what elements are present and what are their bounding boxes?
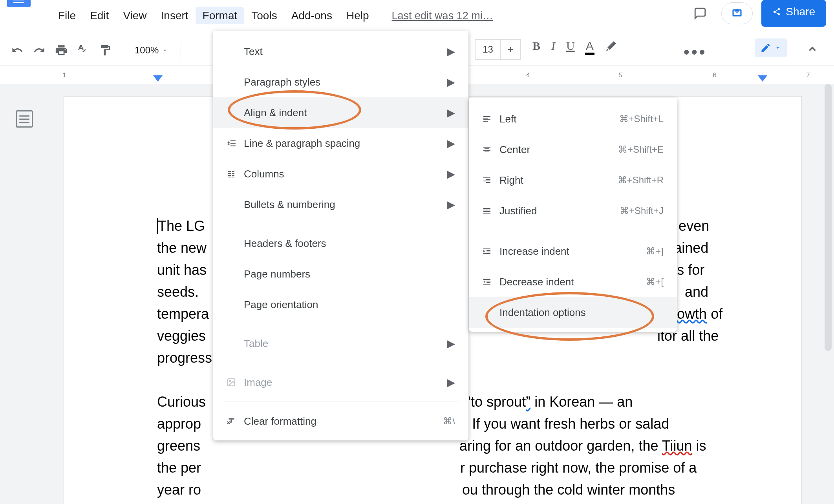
bold-button[interactable]: B <box>532 39 540 53</box>
align-justify-icon <box>478 206 496 215</box>
shortcut-label: ⌘\ <box>443 416 455 427</box>
menu-view[interactable]: View <box>116 7 154 24</box>
shortcut-label: ⌘+[ <box>646 276 664 287</box>
menu-addons[interactable]: Add-ons <box>284 7 339 24</box>
italic-button[interactable]: I <box>551 39 555 53</box>
ruler-label: 7 <box>806 71 810 79</box>
indent-increase-icon <box>478 247 496 256</box>
menu-item-columns[interactable]: Columns ▶ <box>213 159 468 189</box>
format-dropdown-menu: Text ▶ Paragraph styles ▶ Align & indent… <box>213 31 468 440</box>
outline-toggle-button[interactable] <box>16 110 33 128</box>
menu-format[interactable]: Format <box>196 7 245 24</box>
shortcut-label: ⌘+] <box>646 246 664 257</box>
editing-mode-button[interactable] <box>755 38 787 57</box>
menu-bar: File Edit View Insert Format Tools Add-o… <box>51 7 493 24</box>
ruler-label: 1 <box>62 71 66 79</box>
menu-edit[interactable]: Edit <box>83 7 116 24</box>
text-color-button[interactable]: A <box>586 39 594 53</box>
line-spacing-icon <box>223 138 240 148</box>
shortcut-label: ⌘+Shift+R <box>618 175 664 186</box>
menu-item-headers-footers[interactable]: Headers & footers <box>213 228 468 259</box>
print-button[interactable] <box>52 41 71 60</box>
menu-item-align-left[interactable]: Left ⌘+Shift+L <box>469 104 677 134</box>
ruler-label: 4 <box>526 71 530 79</box>
submenu-arrow-icon: ▶ <box>447 137 455 150</box>
underline-button[interactable]: U <box>566 39 575 53</box>
menu-item-line-spacing[interactable]: Line & paragraph spacing ▶ <box>213 128 468 159</box>
shortcut-label: ⌘+Shift+J <box>620 205 664 216</box>
submenu-arrow-icon: ▶ <box>447 107 455 119</box>
menu-item-page-orientation[interactable]: Page orientation <box>213 289 468 320</box>
right-indent-marker[interactable] <box>758 75 767 82</box>
columns-icon <box>223 169 240 179</box>
submenu-arrow-icon: ▶ <box>447 46 455 58</box>
redo-button[interactable] <box>30 41 49 60</box>
menu-item-align-indent[interactable]: Align & indent ▶ <box>213 97 468 128</box>
font-size-control[interactable]: 13 + <box>475 39 521 60</box>
menu-item-increase-indent[interactable]: Increase indent ⌘+] <box>469 236 677 267</box>
align-left-icon <box>478 114 496 124</box>
align-right-icon <box>478 175 496 185</box>
svg-point-3 <box>229 380 230 382</box>
font-size-increase[interactable]: + <box>501 40 520 59</box>
comments-icon[interactable] <box>688 5 713 21</box>
more-toolbar-button[interactable]: ●●● <box>683 46 707 58</box>
submenu-arrow-icon: ▶ <box>447 376 455 389</box>
image-icon <box>223 378 240 387</box>
menu-item-indentation-options[interactable]: Indentation options <box>469 297 677 328</box>
zoom-value: 100% <box>135 45 159 56</box>
ruler-label: 5 <box>618 71 622 79</box>
shortcut-label: ⌘+Shift+L <box>619 113 664 124</box>
vertical-scrollbar[interactable] <box>825 84 832 351</box>
submenu-arrow-icon: ▶ <box>447 168 455 180</box>
menu-item-page-numbers[interactable]: Page numbers <box>213 259 468 289</box>
shortcut-label: ⌘+Shift+E <box>618 144 664 155</box>
menu-item-text[interactable]: Text ▶ <box>213 36 468 67</box>
left-indent-marker[interactable] <box>153 75 163 82</box>
present-button[interactable] <box>721 2 753 24</box>
ruler-label: 6 <box>713 71 716 79</box>
menu-insert[interactable]: Insert <box>154 7 196 24</box>
menu-item-paragraph-styles[interactable]: Paragraph styles ▶ <box>213 67 468 97</box>
submenu-arrow-icon: ▶ <box>447 199 455 211</box>
share-button-label: Share <box>786 5 815 18</box>
format-buttons: B I U A <box>532 39 618 53</box>
submenu-arrow-icon: ▶ <box>447 338 455 350</box>
menu-tools[interactable]: Tools <box>244 7 284 24</box>
menu-item-clear-formatting[interactable]: Clear formatting ⌘\ <box>213 406 468 436</box>
menu-item-bullets-numbering[interactable]: Bullets & numbering ▶ <box>213 189 468 220</box>
undo-button[interactable] <box>8 41 27 60</box>
menu-item-align-right[interactable]: Right ⌘+Shift+R <box>469 165 677 195</box>
menu-item-decrease-indent[interactable]: Decrease indent ⌘+[ <box>469 267 677 297</box>
font-size-value[interactable]: 13 <box>476 40 501 59</box>
spellcheck-button[interactable] <box>74 41 93 60</box>
zoom-select[interactable]: 100% <box>129 45 174 56</box>
clear-format-icon <box>223 416 240 426</box>
top-right-controls: Share <box>688 0 826 27</box>
menu-item-image: Image ▶ <box>213 367 468 398</box>
indent-decrease-icon <box>478 277 496 287</box>
last-edit-link[interactable]: Last edit was 12 mi… <box>392 10 493 22</box>
menu-help[interactable]: Help <box>339 7 376 24</box>
share-button[interactable]: Share <box>761 0 826 27</box>
paint-format-button[interactable] <box>96 41 115 60</box>
menu-item-align-justified[interactable]: Justified ⌘+Shift+J <box>469 195 677 226</box>
menu-item-align-center[interactable]: Center ⌘+Shift+E <box>469 134 677 165</box>
align-indent-submenu: Left ⌘+Shift+L Center ⌘+Shift+E Right ⌘+… <box>469 98 677 332</box>
highlight-button[interactable] <box>605 39 618 53</box>
menu-item-table: Table ▶ <box>213 328 468 359</box>
menu-file[interactable]: File <box>51 7 83 24</box>
align-center-icon <box>478 145 496 154</box>
submenu-arrow-icon: ▶ <box>447 76 455 88</box>
collapse-toolbar-button[interactable] <box>807 43 818 55</box>
docs-app-icon[interactable] <box>7 0 31 7</box>
